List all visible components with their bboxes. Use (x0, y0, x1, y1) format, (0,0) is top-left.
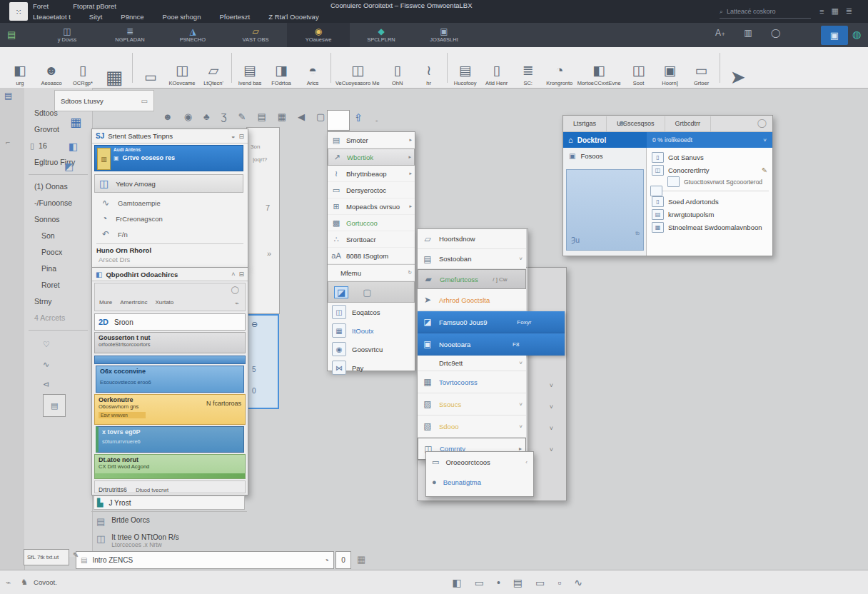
chevron-down-icon[interactable]: ˅ (550, 403, 553, 411)
panel-header-left[interactable]: ⌂ Docktrol (563, 132, 647, 148)
post-operation-row[interactable]: ▙ J Yrost (94, 495, 245, 510)
toolbar-button[interactable] (720, 53, 720, 83)
preview-thumbnail[interactable]: Ȝu tb (566, 169, 644, 251)
panel-tab[interactable]: Ltsrtgas (563, 116, 607, 131)
chevron-down-icon[interactable]: ˅ (550, 382, 553, 389)
operation-row[interactable]: x tovrs eg0P s0turrurrvruere6 (96, 426, 244, 453)
window-control-icon[interactable]: ▦ (831, 6, 838, 16)
toolbar-button[interactable]: ▯ OCRgp* (67, 49, 99, 86)
ribbon-tab[interactable]: ▱ VAST OBS (224, 23, 287, 47)
sidebar-item[interactable]: ∿ (24, 354, 92, 374)
panel-list-item[interactable]: ▤ krwrgtotupolsm (649, 208, 770, 221)
sheet-icon[interactable]: ▤ (7, 29, 16, 40)
counter-box[interactable]: 0 (335, 551, 351, 569)
toolbar-button[interactable]: ▱ LtQtecn' (198, 49, 229, 86)
menu-item[interactable]: Drtc9ett ˅ (418, 356, 526, 371)
status-library-dropdown[interactable]: Sdtoos Ltusvy ▭ (54, 90, 154, 111)
monitor-icon[interactable]: ▦ (70, 115, 81, 130)
operation-row-selected[interactable]: O6x coconvine Esoucovstecos eroo6 (96, 366, 244, 393)
check-icon[interactable]: ▣ (113, 155, 119, 161)
menu-item[interactable]: ▭ Dersyeroctoc (328, 182, 415, 198)
ops-tab[interactable]: Mure (99, 299, 112, 306)
toolbar-button[interactable]: ◫ Soot (623, 49, 655, 86)
panel-header-right[interactable]: 0 % irolikeoedt ˅ (647, 132, 772, 148)
clock-icon[interactable]: ◔ (324, 555, 329, 565)
menu-item[interactable]: ▩ Gortuccoo (328, 215, 415, 231)
menu-item[interactable]: ▤ Smoter ▸ (328, 132, 415, 148)
status-tool-icon[interactable]: ◧ (452, 577, 461, 588)
toolbar-button[interactable]: ▭ (135, 49, 166, 86)
toolbar-button[interactable]: ☻ Aeoasco (36, 49, 67, 86)
ribbon-tab[interactable]: ≣ NGPLADAN (99, 23, 161, 47)
status-tool-icon[interactable]: • (497, 577, 500, 588)
menu-item[interactable]: ▧ Sdooo ˅ (418, 416, 526, 438)
sidebar-item[interactable]: -/Funoonse (24, 195, 92, 211)
sidebar-item[interactable]: Pina (24, 261, 92, 277)
panel-list-item[interactable]: Gtuocttosvrwot Sgcooorterod (649, 176, 770, 187)
ribbon-tool-icon[interactable]: ▥ (744, 28, 752, 38)
menu-item[interactable]: ≀ Bhryttnbeaop ▸ (328, 166, 415, 182)
sidebar-item[interactable]: (1) Oonas (24, 178, 92, 195)
menu-item[interactable]: ↗ Wbcrtiok ▸ (328, 148, 415, 166)
filter-icon[interactable]: ⌁ (235, 299, 239, 307)
sidebar-item[interactable]: 4 Acrcets (24, 310, 92, 326)
popup-header[interactable]: SJ Srtent Sattues Tinpns ◒ ⊟ (92, 129, 248, 144)
maximize-view-button[interactable] (327, 110, 350, 131)
part-cube-icon[interactable]: ◧ (69, 141, 78, 152)
ribbon-tool-icon[interactable]: ◯ (771, 28, 780, 38)
sidebar-item[interactable]: Egltruo Firry (24, 154, 92, 171)
toolbar-button[interactable]: ▭ Grtoer (686, 49, 717, 86)
menu-item[interactable]: ⊞ Mopeacbs ovrsuo ▸ (328, 198, 415, 215)
panel-tab[interactable]: U Sscesqsos (607, 116, 665, 131)
toolbar-button[interactable] (330, 53, 331, 83)
menu-item[interactable]: Ftoprat pBoret (73, 2, 116, 10)
menu-item[interactable]: ▣ Nooetoara F8 (418, 333, 565, 356)
panel-tool-icon[interactable]: ⊟ (238, 271, 244, 278)
sidebar-item[interactable]: ▯ 16 (24, 138, 92, 154)
menu-item[interactable]: ▰ Gmefurtcoss / ] Cw (418, 269, 526, 289)
menu-item[interactable]: ▱ Hoortsdnow (418, 229, 526, 249)
toolbar-button[interactable]: ◫ KOovcame (166, 49, 198, 86)
menu-item[interactable]: Foret (33, 2, 49, 10)
operation-row-warning[interactable]: Oerkonutre O6oswvhorn gns N fcartoroas E… (94, 394, 246, 425)
feature-item[interactable]: ◫ Yetov Amoag (94, 174, 243, 193)
selection-gauge-panel[interactable]: ⊖ 5 0 (246, 314, 279, 409)
popup-tool-icon[interactable]: ◒ (231, 133, 235, 140)
toolbar-button[interactable]: ◓ Arics (297, 49, 328, 86)
sidebar-item[interactable] (29, 174, 88, 175)
operation-row-success[interactable]: Dt.atoe norut CX Drtt wvod Acgond (94, 454, 246, 479)
operation-row[interactable]: 2D Sroon (94, 313, 246, 331)
active-tool-button[interactable]: ▣ (821, 26, 848, 45)
toolbar-button[interactable]: ◔ Krongronto (544, 49, 575, 86)
ribbon-tab[interactable]: ◮ P9NECHO (161, 23, 224, 47)
feature-item[interactable]: ↶ F/n (92, 226, 248, 242)
panel-tool-icon[interactable]: ˄ (231, 271, 235, 278)
toolbar-button[interactable]: ▯ OhN (382, 49, 413, 86)
menu-item[interactable]: ▨ Ssoucs ˅ (418, 393, 526, 416)
sidebar-item[interactable]: Strny (24, 293, 92, 310)
ribbon-tab[interactable]: ◉ YOaueswe (287, 23, 350, 47)
sidebar-item[interactable] (29, 330, 88, 331)
status-tool-icon[interactable]: ▭ (535, 577, 545, 588)
menu-item[interactable]: ∴ Srorttoacr (328, 231, 415, 248)
toolbar-button[interactable] (132, 53, 133, 83)
circle-button-icon[interactable]: ◯ (757, 118, 767, 128)
status-tool-icon[interactable]: ▫ (557, 577, 561, 588)
part-cube-icon[interactable]: ◩ (64, 161, 74, 172)
toolbar-button[interactable]: ▦ (99, 49, 130, 86)
toolbar-button[interactable]: ➤ (722, 49, 754, 86)
refresh-icon[interactable]: ◯ (231, 286, 239, 293)
file-name-box[interactable]: SfL 7tk txt.ut (24, 549, 69, 565)
menu-item[interactable]: ▤ Sostooban ˅ (418, 249, 526, 269)
quick-tool-icon[interactable]: Ʒ (221, 111, 227, 122)
status-tool-icon[interactable]: ▤ (513, 577, 523, 588)
panel-tab[interactable]: Grtbcdtrr (665, 116, 712, 131)
panel-list-item[interactable]: ◫ Conocrertlrrty ✎ (649, 163, 770, 176)
toolbar-button[interactable]: ◧ MortoeCCxxtEvne (575, 49, 623, 86)
command-input-bar[interactable]: ▤ Intro ZENCS ◔ (76, 551, 334, 569)
ops-tab[interactable]: Amertrsinc (120, 299, 147, 306)
menu-item[interactable]: aA 8088 ISogtom (328, 248, 415, 264)
ribbon-tab[interactable]: ◫ y Dovss (36, 23, 99, 47)
panel-list-item[interactable]: ▯ Got Sanuvs (649, 151, 770, 163)
quick-tool-icon[interactable]: ♣ (203, 111, 210, 122)
